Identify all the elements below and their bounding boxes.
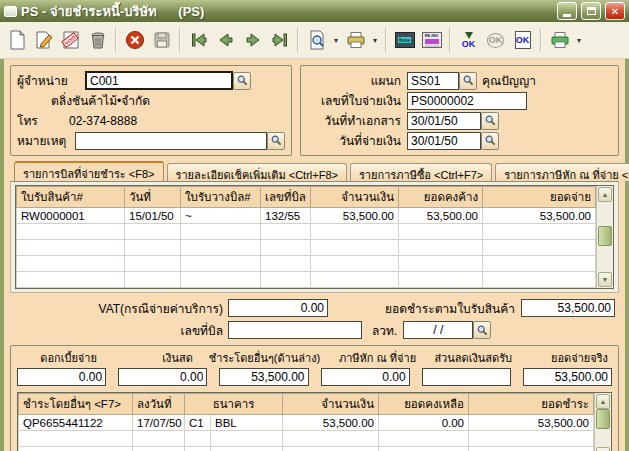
approve-button[interactable]: OK bbox=[455, 27, 482, 54]
print-form-dropdown-button[interactable]: ▾ bbox=[573, 27, 585, 54]
scroll-up-button[interactable]: ▲ bbox=[596, 394, 610, 409]
grid-cell[interactable]: 53,500.00 bbox=[311, 208, 399, 224]
vendor-search-button[interactable] bbox=[233, 72, 251, 90]
col-header[interactable]: จำนวนเงิน bbox=[311, 187, 399, 208]
actual-paid-input[interactable] bbox=[523, 368, 612, 386]
print-button[interactable] bbox=[342, 27, 369, 54]
vat-input[interactable] bbox=[228, 299, 328, 317]
bill-date-input[interactable] bbox=[403, 321, 473, 339]
pay-date-input[interactable] bbox=[407, 132, 481, 150]
preview-button[interactable] bbox=[303, 27, 330, 54]
delete-button[interactable] bbox=[84, 27, 111, 54]
grid-cell[interactable]: BBL bbox=[211, 415, 283, 431]
col-header[interactable]: ยอดชำระ bbox=[469, 394, 594, 415]
scroll-thumb[interactable] bbox=[596, 409, 610, 429]
grid-cell[interactable]: 15/01/50 bbox=[125, 208, 181, 224]
col-header[interactable]: ยอดคงเหลือ bbox=[379, 394, 469, 415]
other-payment-grid-empty-row[interactable] bbox=[19, 431, 594, 447]
first-record-button[interactable] bbox=[185, 27, 212, 54]
print-form-button[interactable] bbox=[546, 27, 573, 54]
grid-cell[interactable]: 53,500.00 bbox=[483, 208, 596, 224]
grid-cell[interactable]: 17/07/50 bbox=[133, 415, 185, 431]
unapprove-button[interactable]: OK bbox=[482, 27, 509, 54]
maximize-button[interactable] bbox=[581, 2, 601, 20]
col-header[interactable]: เลขที่บิล bbox=[261, 187, 311, 208]
scroll-down-button[interactable]: ▼ bbox=[598, 272, 612, 287]
tab-purchase-tax[interactable]: รายการภาษีซื้อ <Ctrl+F7> bbox=[350, 163, 492, 181]
other-payment-grid-scrollbar[interactable]: ▲ ▼ bbox=[594, 393, 611, 451]
tab-withholding-tax[interactable]: รายการภาษีหัก ณ ที่จ่าย <Ctrl+F10> bbox=[495, 163, 629, 181]
minimize-button[interactable] bbox=[557, 2, 577, 20]
next-record-button[interactable] bbox=[239, 27, 266, 54]
bills-grid-empty-row[interactable] bbox=[17, 272, 596, 288]
department-input[interactable] bbox=[407, 72, 459, 90]
receipt-total-input[interactable] bbox=[521, 299, 615, 317]
bills-grid-row[interactable]: RW0000001 15/01/50 ~ 132/55 53,500.00 53… bbox=[17, 208, 596, 224]
print-dropdown-button[interactable]: ▾ bbox=[369, 27, 381, 54]
tab-cheque-details[interactable]: รายละเอียดเช็คเพิ่มเติม <Ctrl+F8> bbox=[167, 163, 347, 181]
bill-date-picker-button[interactable] bbox=[473, 321, 491, 339]
scroll-thumb[interactable] bbox=[598, 226, 612, 246]
col-header[interactable]: จำนวนเงิน bbox=[283, 394, 379, 415]
bills-grid-scrollbar[interactable]: ▲ ▼ bbox=[596, 186, 613, 288]
scroll-up-button[interactable]: ▲ bbox=[598, 187, 612, 202]
save-button[interactable] bbox=[148, 27, 175, 54]
last-record-button[interactable] bbox=[266, 27, 293, 54]
void-button[interactable]: VOID bbox=[57, 27, 84, 54]
approve-doc-button[interactable]: OK bbox=[509, 27, 536, 54]
col-header[interactable]: ยอดคงค้าง bbox=[399, 187, 483, 208]
other-payment-grid-row[interactable]: QP6655441122 17/07/50 C1 BBL 53,500.00 0… bbox=[19, 415, 594, 431]
edit-button[interactable] bbox=[30, 27, 57, 54]
department-search-button[interactable] bbox=[459, 72, 477, 90]
payment-no-input[interactable] bbox=[407, 92, 527, 110]
col-header[interactable]: ใบรับวางบิล# bbox=[181, 187, 261, 208]
cash-discount-label: ส่วนลดเงินสดรับ bbox=[432, 349, 516, 367]
remark-input[interactable] bbox=[75, 132, 267, 150]
tab-bills-paid[interactable]: รายการบิลที่จ่ายชำระ <F8> bbox=[14, 161, 164, 181]
grid-cell[interactable]: 53,500.00 bbox=[283, 415, 379, 431]
col-header[interactable]: ใบรับสินค้า# bbox=[17, 187, 125, 208]
bills-grid-empty-row[interactable] bbox=[17, 256, 596, 272]
grid-cell[interactable]: RW0000001 bbox=[17, 208, 125, 224]
note-button[interactable]: Note bbox=[391, 27, 418, 54]
grid-cell[interactable]: 53,500.00 bbox=[399, 208, 483, 224]
other-payment-grid-empty-row[interactable] bbox=[19, 447, 594, 451]
col-header[interactable]: วันที่ bbox=[125, 187, 181, 208]
summary-labels: ดอกเบี้ยจ่าย เงินสด ชำระโดยอื่นๆ(ด้านล่า… bbox=[17, 349, 612, 367]
grid-cell[interactable]: C1 bbox=[185, 415, 211, 431]
grid-cell[interactable]: QP6655441122 bbox=[19, 415, 133, 431]
grid-cell[interactable]: 132/55 bbox=[261, 208, 311, 224]
previous-record-icon bbox=[216, 30, 236, 50]
new-button[interactable] bbox=[3, 27, 30, 54]
col-header[interactable]: ธนาคาร bbox=[185, 394, 283, 415]
bills-grid-empty-row[interactable] bbox=[17, 240, 596, 256]
close-button[interactable]: ✕ bbox=[605, 2, 625, 20]
other-payment-grid[interactable]: ชำระโดยอื่นๆ <F7> ลงวันที่ ธนาคาร จำนวนเ… bbox=[18, 393, 594, 451]
withholding-input[interactable] bbox=[321, 368, 410, 386]
receipt-total-label: ยอดชำระตามใบรับสินค้า bbox=[385, 299, 521, 318]
previous-record-button[interactable] bbox=[212, 27, 239, 54]
preview-dropdown-button[interactable]: ▾ bbox=[330, 27, 342, 54]
other-payment-input[interactable] bbox=[219, 368, 308, 386]
col-header[interactable]: ยอดจ่าย bbox=[483, 187, 596, 208]
grid-cell[interactable]: 53,500.00 bbox=[469, 415, 594, 431]
doc-date-input[interactable] bbox=[407, 112, 481, 130]
cash-input[interactable] bbox=[118, 368, 207, 386]
scroll-down-button[interactable]: ▼ bbox=[596, 447, 610, 451]
re-inv-button[interactable]: RE-INV bbox=[418, 27, 445, 54]
col-header[interactable]: ลงวันที่ bbox=[133, 394, 185, 415]
other-payment-label: ชำระโดยอื่นๆ(ด้านล่าง) bbox=[209, 349, 324, 367]
bills-grid-empty-row[interactable] bbox=[17, 224, 596, 240]
vendor-input[interactable] bbox=[85, 71, 233, 90]
bill-no-input[interactable] bbox=[228, 321, 362, 339]
remark-search-button[interactable] bbox=[267, 132, 285, 150]
grid-cell[interactable]: ~ bbox=[181, 208, 261, 224]
interest-input[interactable] bbox=[17, 368, 106, 386]
cash-discount-input[interactable] bbox=[422, 368, 511, 386]
bills-grid[interactable]: ใบรับสินค้า# วันที่ ใบรับวางบิล# เลขที่บ… bbox=[16, 186, 596, 288]
grid-cell[interactable]: 0.00 bbox=[379, 415, 469, 431]
col-header[interactable]: ชำระโดยอื่นๆ <F7> bbox=[19, 394, 133, 415]
cancel-button[interactable] bbox=[121, 27, 148, 54]
pay-date-picker-button[interactable] bbox=[481, 132, 499, 150]
doc-date-picker-button[interactable] bbox=[481, 112, 499, 130]
